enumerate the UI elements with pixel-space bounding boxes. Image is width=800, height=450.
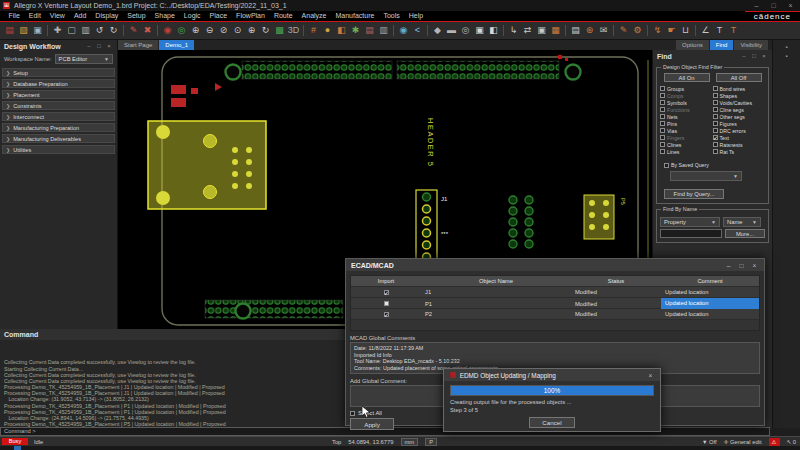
contrast-icon[interactable]: ◧ — [487, 24, 500, 37]
zoom-previous-icon[interactable]: ⊘ — [217, 24, 230, 37]
filter-checkbox[interactable] — [713, 149, 718, 154]
spread-icon[interactable]: ⊔ — [679, 24, 692, 37]
open-folder-icon[interactable]: ▨ — [17, 24, 30, 37]
filter-checkbox[interactable] — [660, 107, 665, 112]
grid-icon[interactable]: # — [307, 24, 320, 37]
menu-item[interactable]: Manufacture — [331, 11, 379, 21]
filter-checkbox[interactable] — [660, 86, 665, 91]
menu-item[interactable]: Shape — [150, 11, 179, 21]
delete-icon[interactable]: ▥ — [79, 24, 92, 37]
filter-checkbox[interactable] — [713, 135, 718, 140]
share-icon[interactable]: < — [411, 24, 424, 37]
zoom-world-icon[interactable]: ⊙ — [231, 24, 244, 37]
menu-item[interactable]: Logic — [179, 11, 205, 21]
color-dialog-icon[interactable]: ● — [321, 24, 334, 37]
menu-item[interactable]: Edit — [24, 11, 45, 21]
zoom-out-icon[interactable]: ⊖ — [203, 24, 216, 37]
import-checkbox[interactable] — [384, 301, 389, 306]
layer-priority-icon[interactable]: ◧ — [335, 24, 348, 37]
menu-item[interactable]: Add — [69, 11, 90, 21]
menu-item[interactable]: Display — [91, 11, 123, 21]
zoom-in-icon[interactable]: ⊕ — [189, 24, 202, 37]
slide-icon[interactable]: ▬ — [445, 24, 458, 37]
separator[interactable] — [695, 25, 696, 36]
saved-query-select[interactable]: ▼ — [670, 171, 742, 181]
j1-connector[interactable] — [416, 190, 437, 262]
snapshot-icon[interactable]: ▣ — [535, 24, 548, 37]
menu-item[interactable]: View — [45, 11, 69, 21]
edit-tool-icon[interactable]: ✎ — [127, 24, 140, 37]
filter-checkbox[interactable] — [713, 100, 718, 105]
workflow-item[interactable]: ❯ Utilities — [2, 145, 115, 154]
dialog-close-icon[interactable]: × — [646, 372, 655, 379]
workflow-item[interactable]: ❯ Manufacturing Deliverables — [2, 134, 115, 143]
settings-gear-icon[interactable]: ⚙ — [631, 24, 644, 37]
workflow-item[interactable]: ❯ Database Preparation — [2, 79, 115, 88]
workflow-item[interactable]: ❯ Constraints — [2, 101, 115, 110]
dialog-title-bar[interactable]: ECAD/MCAD – □ × — [346, 259, 764, 271]
filter-checkbox[interactable] — [660, 114, 665, 119]
tab-demo1[interactable]: Demo_1 — [159, 40, 194, 50]
separator[interactable] — [393, 25, 394, 36]
table-row[interactable]: J1 Modified Updated location — [351, 287, 759, 298]
workflow-item[interactable]: ❯ Setup — [2, 68, 115, 77]
move-pin-icon[interactable]: ↳ — [507, 24, 520, 37]
workflow-item[interactable]: ❯ Manufacturing Preparation — [2, 123, 115, 132]
drc-warning-icon[interactable]: ⚠ — [769, 438, 780, 446]
command-log[interactable]: Collecting Current Data completed succes… — [0, 340, 400, 427]
menu-item[interactable]: Route — [269, 11, 297, 21]
filter-checkbox[interactable] — [713, 107, 718, 112]
visibility-icon[interactable]: ◉ — [397, 24, 410, 37]
separator[interactable] — [613, 25, 614, 36]
separator[interactable] — [47, 25, 48, 36]
workflow-item[interactable]: ❯ Placement — [2, 90, 115, 99]
comment-cell[interactable]: Updated location — [661, 298, 759, 309]
property-select[interactable]: Property ▼ — [660, 217, 720, 227]
tab-start-page[interactable]: Start Page — [118, 40, 158, 50]
reports-icon[interactable]: ▤ — [363, 24, 376, 37]
name-select[interactable]: Name ▼ — [723, 217, 761, 227]
select-all-checkbox[interactable] — [350, 411, 355, 416]
capture-icon[interactable]: ▦ — [549, 24, 562, 37]
dialog-close-icon[interactable]: × — [750, 262, 759, 269]
by-saved-query-checkbox[interactable] — [664, 163, 669, 168]
p-button[interactable]: P — [425, 438, 437, 446]
panel-minimize-icon[interactable]: – — [740, 53, 748, 59]
workflow-item[interactable]: ❯ Interconnect — [2, 112, 115, 121]
panel-float-icon[interactable]: □ — [95, 43, 103, 49]
panel-minimize-icon[interactable]: – — [85, 43, 93, 49]
menu-item[interactable]: FlowPlan — [232, 11, 270, 21]
comment-cell[interactable]: Updated location — [661, 311, 759, 317]
table-row[interactable]: P2 Modified Updated location — [351, 309, 759, 320]
route-icon[interactable]: ↯ — [651, 24, 664, 37]
comment-cell[interactable]: Updated location — [661, 289, 759, 295]
cancel-button[interactable]: Cancel — [529, 417, 575, 428]
filter-checkbox[interactable] — [660, 100, 665, 105]
units-button[interactable]: mm — [401, 438, 419, 446]
separator[interactable] — [123, 25, 124, 36]
menu-item[interactable]: File — [4, 11, 24, 21]
move-icon[interactable]: ✚ — [51, 24, 64, 37]
undo-icon[interactable]: ↺ — [93, 24, 106, 37]
highlight-icon[interactable]: ✎ — [617, 24, 630, 37]
busy-indicator[interactable]: Busy — [2, 438, 28, 445]
shape-edit-icon[interactable]: ✱ — [349, 24, 362, 37]
filter-checkbox[interactable] — [713, 86, 718, 91]
maximize-button[interactable]: □ — [767, 1, 780, 10]
zoom-by-points-icon[interactable]: ◉ — [161, 24, 174, 37]
measure-icon[interactable]: ∠ — [699, 24, 712, 37]
save-icon[interactable]: ▣ — [31, 24, 44, 37]
filter-checkbox[interactable] — [713, 114, 718, 119]
filter-checkbox[interactable] — [660, 149, 665, 154]
menu-item[interactable]: Help — [404, 11, 427, 21]
filter-checkbox[interactable] — [660, 142, 665, 147]
select-rect-icon[interactable]: ▣ — [473, 24, 486, 37]
3d-view-icon[interactable]: 3D — [287, 24, 300, 37]
text-edit-icon[interactable]: T — [727, 24, 740, 37]
panel-float-icon[interactable]: □ — [750, 53, 758, 59]
dock-panel-icon[interactable]: ▪ — [785, 44, 787, 50]
zoom-selected-icon[interactable]: ⊕ — [245, 24, 258, 37]
web-icon[interactable]: ⊛ — [583, 24, 596, 37]
separator[interactable] — [157, 25, 158, 36]
filter-checkbox[interactable] — [660, 135, 665, 140]
